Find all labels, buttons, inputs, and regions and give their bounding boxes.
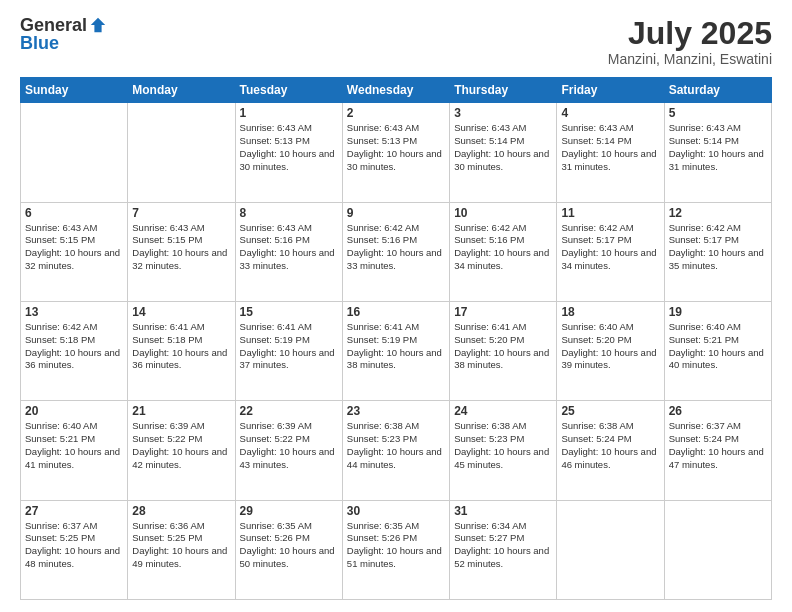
- table-row: 10Sunrise: 6:42 AM Sunset: 5:16 PM Dayli…: [450, 202, 557, 301]
- table-row: 14Sunrise: 6:41 AM Sunset: 5:18 PM Dayli…: [128, 301, 235, 400]
- calendar-week-row: 1Sunrise: 6:43 AM Sunset: 5:13 PM Daylig…: [21, 103, 772, 202]
- table-row: 30Sunrise: 6:35 AM Sunset: 5:26 PM Dayli…: [342, 500, 449, 599]
- month-title: July 2025: [608, 16, 772, 51]
- cell-info: Sunrise: 6:41 AM Sunset: 5:19 PM Dayligh…: [240, 321, 338, 372]
- day-number: 12: [669, 206, 767, 220]
- day-number: 11: [561, 206, 659, 220]
- table-row: 26Sunrise: 6:37 AM Sunset: 5:24 PM Dayli…: [664, 401, 771, 500]
- table-row: 1Sunrise: 6:43 AM Sunset: 5:13 PM Daylig…: [235, 103, 342, 202]
- calendar-week-row: 20Sunrise: 6:40 AM Sunset: 5:21 PM Dayli…: [21, 401, 772, 500]
- table-row: 25Sunrise: 6:38 AM Sunset: 5:24 PM Dayli…: [557, 401, 664, 500]
- cell-info: Sunrise: 6:41 AM Sunset: 5:20 PM Dayligh…: [454, 321, 552, 372]
- day-number: 23: [347, 404, 445, 418]
- cell-info: Sunrise: 6:42 AM Sunset: 5:16 PM Dayligh…: [454, 222, 552, 273]
- day-number: 15: [240, 305, 338, 319]
- cell-info: Sunrise: 6:43 AM Sunset: 5:15 PM Dayligh…: [132, 222, 230, 273]
- table-row: 18Sunrise: 6:40 AM Sunset: 5:20 PM Dayli…: [557, 301, 664, 400]
- table-row: [21, 103, 128, 202]
- day-number: 2: [347, 106, 445, 120]
- day-number: 28: [132, 504, 230, 518]
- table-row: 15Sunrise: 6:41 AM Sunset: 5:19 PM Dayli…: [235, 301, 342, 400]
- day-number: 26: [669, 404, 767, 418]
- cell-info: Sunrise: 6:39 AM Sunset: 5:22 PM Dayligh…: [240, 420, 338, 471]
- table-row: 17Sunrise: 6:41 AM Sunset: 5:20 PM Dayli…: [450, 301, 557, 400]
- logo-blue: Blue: [20, 34, 107, 52]
- calendar-header-row: Sunday Monday Tuesday Wednesday Thursday…: [21, 78, 772, 103]
- day-number: 25: [561, 404, 659, 418]
- day-number: 9: [347, 206, 445, 220]
- logo: General Blue: [20, 16, 107, 52]
- cell-info: Sunrise: 6:37 AM Sunset: 5:24 PM Dayligh…: [669, 420, 767, 471]
- table-row: 16Sunrise: 6:41 AM Sunset: 5:19 PM Dayli…: [342, 301, 449, 400]
- table-row: 20Sunrise: 6:40 AM Sunset: 5:21 PM Dayli…: [21, 401, 128, 500]
- table-row: 27Sunrise: 6:37 AM Sunset: 5:25 PM Dayli…: [21, 500, 128, 599]
- day-number: 16: [347, 305, 445, 319]
- cell-info: Sunrise: 6:41 AM Sunset: 5:19 PM Dayligh…: [347, 321, 445, 372]
- col-wednesday: Wednesday: [342, 78, 449, 103]
- cell-info: Sunrise: 6:42 AM Sunset: 5:18 PM Dayligh…: [25, 321, 123, 372]
- table-row: 19Sunrise: 6:40 AM Sunset: 5:21 PM Dayli…: [664, 301, 771, 400]
- logo-general: General: [20, 16, 87, 34]
- table-row: 12Sunrise: 6:42 AM Sunset: 5:17 PM Dayli…: [664, 202, 771, 301]
- table-row: 31Sunrise: 6:34 AM Sunset: 5:27 PM Dayli…: [450, 500, 557, 599]
- cell-info: Sunrise: 6:35 AM Sunset: 5:26 PM Dayligh…: [240, 520, 338, 571]
- day-number: 5: [669, 106, 767, 120]
- day-number: 30: [347, 504, 445, 518]
- table-row: 24Sunrise: 6:38 AM Sunset: 5:23 PM Dayli…: [450, 401, 557, 500]
- cell-info: Sunrise: 6:37 AM Sunset: 5:25 PM Dayligh…: [25, 520, 123, 571]
- table-row: 3Sunrise: 6:43 AM Sunset: 5:14 PM Daylig…: [450, 103, 557, 202]
- table-row: 23Sunrise: 6:38 AM Sunset: 5:23 PM Dayli…: [342, 401, 449, 500]
- day-number: 22: [240, 404, 338, 418]
- day-number: 18: [561, 305, 659, 319]
- cell-info: Sunrise: 6:43 AM Sunset: 5:13 PM Dayligh…: [240, 122, 338, 173]
- day-number: 8: [240, 206, 338, 220]
- logo-icon: [89, 16, 107, 34]
- table-row: [128, 103, 235, 202]
- day-number: 1: [240, 106, 338, 120]
- cell-info: Sunrise: 6:34 AM Sunset: 5:27 PM Dayligh…: [454, 520, 552, 571]
- day-number: 3: [454, 106, 552, 120]
- col-saturday: Saturday: [664, 78, 771, 103]
- day-number: 4: [561, 106, 659, 120]
- cell-info: Sunrise: 6:38 AM Sunset: 5:24 PM Dayligh…: [561, 420, 659, 471]
- table-row: 22Sunrise: 6:39 AM Sunset: 5:22 PM Dayli…: [235, 401, 342, 500]
- day-number: 29: [240, 504, 338, 518]
- cell-info: Sunrise: 6:43 AM Sunset: 5:14 PM Dayligh…: [454, 122, 552, 173]
- table-row: [664, 500, 771, 599]
- cell-info: Sunrise: 6:43 AM Sunset: 5:13 PM Dayligh…: [347, 122, 445, 173]
- day-number: 13: [25, 305, 123, 319]
- day-number: 14: [132, 305, 230, 319]
- cell-info: Sunrise: 6:35 AM Sunset: 5:26 PM Dayligh…: [347, 520, 445, 571]
- calendar-week-row: 6Sunrise: 6:43 AM Sunset: 5:15 PM Daylig…: [21, 202, 772, 301]
- cell-info: Sunrise: 6:43 AM Sunset: 5:14 PM Dayligh…: [561, 122, 659, 173]
- col-monday: Monday: [128, 78, 235, 103]
- table-row: [557, 500, 664, 599]
- cell-info: Sunrise: 6:38 AM Sunset: 5:23 PM Dayligh…: [454, 420, 552, 471]
- day-number: 27: [25, 504, 123, 518]
- cell-info: Sunrise: 6:40 AM Sunset: 5:21 PM Dayligh…: [669, 321, 767, 372]
- cell-info: Sunrise: 6:38 AM Sunset: 5:23 PM Dayligh…: [347, 420, 445, 471]
- day-number: 10: [454, 206, 552, 220]
- cell-info: Sunrise: 6:40 AM Sunset: 5:20 PM Dayligh…: [561, 321, 659, 372]
- page: General Blue July 2025 Manzini, Manzini,…: [0, 0, 792, 612]
- table-row: 9Sunrise: 6:42 AM Sunset: 5:16 PM Daylig…: [342, 202, 449, 301]
- table-row: 21Sunrise: 6:39 AM Sunset: 5:22 PM Dayli…: [128, 401, 235, 500]
- day-number: 20: [25, 404, 123, 418]
- day-number: 24: [454, 404, 552, 418]
- day-number: 17: [454, 305, 552, 319]
- svg-marker-0: [91, 18, 105, 32]
- cell-info: Sunrise: 6:43 AM Sunset: 5:15 PM Dayligh…: [25, 222, 123, 273]
- day-number: 7: [132, 206, 230, 220]
- calendar-table: Sunday Monday Tuesday Wednesday Thursday…: [20, 77, 772, 600]
- table-row: 2Sunrise: 6:43 AM Sunset: 5:13 PM Daylig…: [342, 103, 449, 202]
- col-thursday: Thursday: [450, 78, 557, 103]
- calendar-week-row: 13Sunrise: 6:42 AM Sunset: 5:18 PM Dayli…: [21, 301, 772, 400]
- cell-info: Sunrise: 6:36 AM Sunset: 5:25 PM Dayligh…: [132, 520, 230, 571]
- cell-info: Sunrise: 6:43 AM Sunset: 5:16 PM Dayligh…: [240, 222, 338, 273]
- col-sunday: Sunday: [21, 78, 128, 103]
- table-row: 11Sunrise: 6:42 AM Sunset: 5:17 PM Dayli…: [557, 202, 664, 301]
- table-row: 6Sunrise: 6:43 AM Sunset: 5:15 PM Daylig…: [21, 202, 128, 301]
- cell-info: Sunrise: 6:41 AM Sunset: 5:18 PM Dayligh…: [132, 321, 230, 372]
- table-row: 28Sunrise: 6:36 AM Sunset: 5:25 PM Dayli…: [128, 500, 235, 599]
- cell-info: Sunrise: 6:43 AM Sunset: 5:14 PM Dayligh…: [669, 122, 767, 173]
